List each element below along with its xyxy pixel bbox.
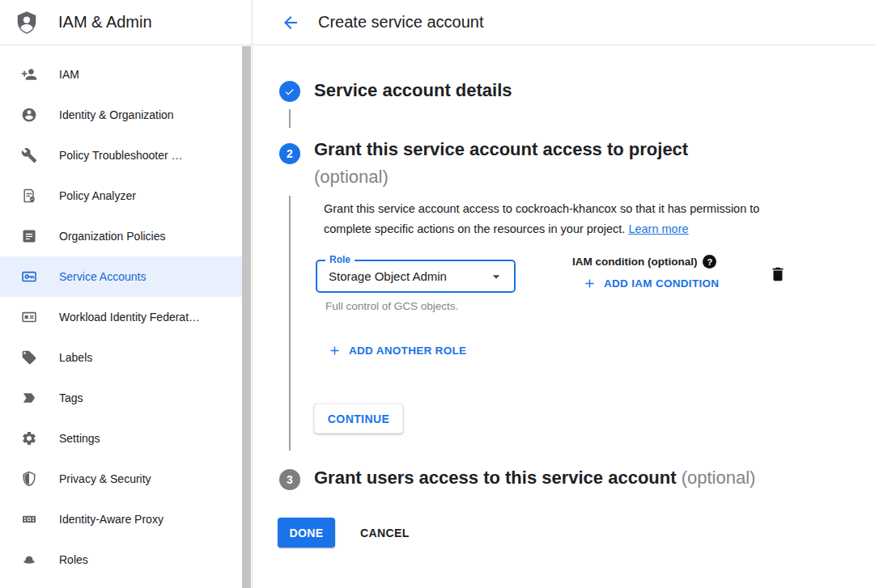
continue-button[interactable]: CONTINUE [314, 404, 403, 434]
step1-title: Service account details [314, 80, 512, 101]
add-iam-condition-label: ADD IAM CONDITION [604, 277, 719, 290]
app-title: IAM & Admin [58, 13, 152, 32]
sidebar-item-workload-identity-federation[interactable]: Workload Identity Federat… [0, 297, 242, 337]
sidebar-item-label: Tags [59, 391, 83, 404]
sidebar-nav: IAM Identity & Organization Policy Troub… [0, 46, 253, 588]
document-search-icon [21, 188, 37, 204]
sidebar-item-label: Settings [59, 432, 100, 445]
wrench-icon [21, 147, 37, 163]
step3-title: Grant users access to this service accou… [314, 467, 755, 489]
iam-condition-header: IAM condition (optional) ? [572, 255, 716, 269]
iam-admin-shield-icon [15, 11, 39, 35]
main-content: Service account details 2 Grant this ser… [253, 46, 875, 588]
person-circle-icon [21, 107, 37, 123]
done-button[interactable]: DONE [278, 518, 335, 548]
sidebar-item-label: Privacy & Security [59, 472, 151, 485]
label-tag-icon [21, 349, 37, 366]
step-connector [289, 109, 291, 128]
role-selected-value: Storage Object Admin [329, 269, 447, 283]
learn-more-link[interactable]: Learn more [628, 222, 688, 235]
list-document-icon [21, 228, 37, 244]
step-connector [289, 196, 291, 451]
sidebar-item-label: Workload Identity Federat… [59, 311, 200, 324]
step2-description: Grant this service account access to coc… [324, 199, 803, 239]
back-arrow-icon[interactable] [281, 13, 300, 32]
page-header: Create service account [253, 0, 875, 44]
sidebar-scrollbar[interactable] [242, 46, 251, 588]
badge-card-icon [21, 309, 37, 325]
step2-title: Grant this service account access to pro… [314, 136, 688, 191]
sidebar-item-identity-aware-proxy[interactable]: Identity-Aware Proxy [0, 499, 242, 539]
step3-number: 3 [287, 473, 293, 486]
add-another-role-button[interactable]: ADD ANOTHER ROLE [328, 344, 466, 357]
sidebar-item-label: Roles [59, 553, 88, 566]
chevron-down-icon [488, 269, 504, 285]
step2-title-text: Grant this service account access to pro… [314, 139, 688, 159]
sidebar-item-label: IAM [59, 68, 79, 81]
sidebar-item-identity-organization[interactable]: Identity & Organization [0, 95, 242, 135]
gear-icon [21, 430, 37, 446]
tag-arrow-icon [21, 390, 37, 406]
step2-number: 2 [287, 147, 293, 160]
sidebar-item-label: Organization Policies [59, 230, 166, 243]
service-account-key-icon [21, 269, 37, 285]
role-helper-text: Full control of GCS objects. [325, 300, 458, 312]
top-header: IAM & Admin Create service account [0, 0, 875, 45]
iam-condition-label: IAM condition (optional) [572, 256, 697, 268]
plus-icon [328, 344, 342, 357]
sidebar-item-iam[interactable]: IAM [0, 54, 242, 95]
add-iam-condition-button[interactable]: ADD IAM CONDITION [583, 277, 719, 290]
page-title: Create service account [318, 13, 484, 32]
sidebar-item-policy-analyzer[interactable]: Policy Analyzer [0, 176, 242, 216]
sidebar-item-settings[interactable]: Settings [0, 418, 242, 459]
sidebar-item-policy-troubleshooter[interactable]: Policy Troubleshooter … [0, 135, 242, 176]
step2-number-icon: 2 [279, 143, 300, 164]
step3-number-icon: 3 [279, 469, 300, 490]
help-icon[interactable]: ? [703, 255, 716, 269]
sidebar-item-label: Identity & Organization [59, 108, 174, 121]
sidebar-item-roles[interactable]: Roles [0, 539, 242, 580]
sidebar-item-organization-policies[interactable]: Organization Policies [0, 216, 242, 256]
sidebar-item-labels[interactable]: Labels [0, 337, 242, 378]
shield-icon [21, 471, 37, 487]
trash-icon [769, 265, 787, 283]
add-another-role-label: ADD ANOTHER ROLE [349, 345, 466, 357]
sidebar-item-label: Policy Troubleshooter … [59, 149, 183, 162]
role-field-label: Role [325, 254, 355, 265]
sidebar-item-service-accounts[interactable]: Service Accounts [0, 256, 242, 297]
sidebar-item-tags[interactable]: Tags [0, 378, 242, 418]
step3-optional-label: (optional) [677, 467, 756, 488]
plus-icon [583, 277, 597, 290]
sidebar-item-label: Identity-Aware Proxy [59, 513, 164, 526]
step3-title-text: Grant users access to this service accou… [314, 467, 677, 488]
sidebar-item-label: Service Accounts [59, 270, 146, 283]
person-add-icon [21, 66, 37, 82]
delete-role-button[interactable] [769, 265, 787, 283]
role-select[interactable]: Role Storage Object Admin [316, 260, 516, 293]
cancel-button[interactable]: CANCEL [350, 518, 419, 548]
check-icon [283, 85, 296, 98]
sidebar-item-label: Labels [59, 351, 92, 364]
roles-hat-icon [21, 552, 37, 568]
sidebar-item-privacy-security[interactable]: Privacy & Security [0, 459, 242, 499]
proxy-filmstrip-icon [21, 511, 37, 527]
description-text: Grant this service account access to coc… [324, 202, 759, 235]
sidebar-item-label: Policy Analyzer [59, 189, 136, 202]
step1-complete-icon [279, 81, 300, 102]
step2-optional-label: (optional) [314, 167, 389, 187]
app-header: IAM & Admin [0, 0, 253, 44]
